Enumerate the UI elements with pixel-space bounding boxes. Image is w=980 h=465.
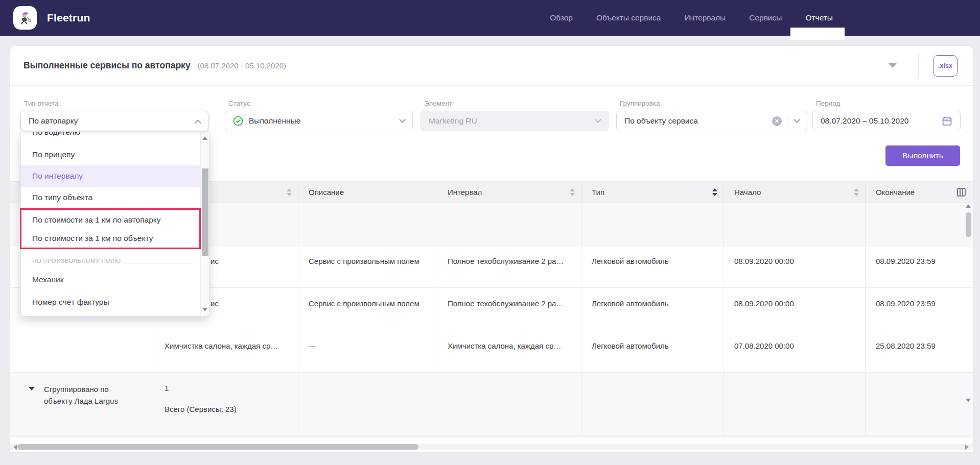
cell-start: 07.08.2020 00:00 (724, 330, 866, 373)
cell-service: Химчистка салона, каждая ср… (154, 330, 298, 373)
collapse-group-icon[interactable] (29, 387, 35, 390)
cell-group: Сгруппировано по объекту Лада Largus (10, 373, 154, 437)
nav-item-reports[interactable]: Отчеты (805, 13, 833, 22)
cell-description: Сервис с произвольным полем (298, 246, 437, 288)
vertical-scrollbar[interactable] (965, 203, 972, 403)
dropdown-item-po-voditelyu[interactable]: По водителю (21, 132, 200, 141)
cell-end: 08.09.2020 23:59 (866, 288, 973, 330)
export-xlsx-button[interactable]: .xlsx (933, 55, 958, 77)
sort-icon[interactable] (854, 188, 859, 196)
mechanic-logo-icon (17, 10, 33, 26)
run-report-button[interactable]: Выполнить (885, 145, 960, 166)
cell-start: 08.09.2020 00:00 (724, 246, 866, 288)
element-select: Marketing RU (421, 111, 609, 131)
cell-start: 08.09.2020 00:00 (724, 288, 866, 330)
table-row[interactable]: Химчистка салона, каждая ср… — Химчистка… (10, 330, 973, 373)
chevron-up-icon (195, 119, 201, 126)
element-label: Элемент (424, 100, 609, 107)
nav-item-intervals[interactable]: Интервалы (684, 13, 726, 22)
horizontal-scrollbar[interactable] (10, 444, 973, 450)
report-type-label: Тип отчета (24, 100, 208, 107)
chevron-down-icon (794, 116, 800, 123)
calendar-icon[interactable] (942, 116, 952, 127)
dropdown-group-label: ПО ПРОИЗВОЛЬНОМУ ПОЛЮ (32, 254, 193, 267)
cell-description: — (298, 330, 437, 373)
filter-period: Период 08.07.2020 – 05.10.2020 (812, 100, 961, 131)
nav-item-service-objects[interactable]: Объекты сервиса (596, 13, 661, 22)
group-total: Всего (Сервисы: 23) (165, 405, 291, 413)
group-count: 1 (165, 384, 291, 393)
scroll-down-icon[interactable] (202, 308, 207, 311)
dropdown-item-stoimost-obekt[interactable]: По стоимости за 1 км по объекту (21, 230, 200, 247)
scrollbar-thumb[interactable] (966, 212, 971, 237)
header-cell-start[interactable]: Начало (724, 182, 866, 203)
grouping-value: По объекту сервиса (624, 116, 698, 126)
app-logo (13, 6, 37, 30)
grouping-label: Группировка (620, 100, 807, 107)
title-divider (918, 54, 919, 78)
dropdown-item-po-intervalu[interactable]: По интервалу (21, 165, 200, 187)
report-type-dropdown: По водителю По прицепу По интервалу По т… (20, 132, 209, 316)
chevron-down-icon (399, 116, 406, 123)
nav-item-services[interactable]: Сервисы (749, 13, 782, 22)
brand-name: Fleetrun (47, 12, 90, 24)
period-label: Период (816, 100, 961, 107)
group-footer-row[interactable]: Сгруппировано по объекту Лада Largus 1 В… (10, 373, 973, 437)
dropdown-item-po-tipu-obekta[interactable]: По типу объекта (21, 187, 200, 208)
cell-type: Легковой автомобиль (581, 246, 724, 288)
filter-grouping: Группировка По объекту сервиса ✕ (616, 100, 807, 131)
dropdown-item-po-pricepu[interactable]: По прицепу (21, 144, 200, 165)
cell-type: Легковой автомобиль (581, 288, 724, 330)
cell-description: Сервис с произвольным полем (298, 288, 437, 330)
report-type-value: По автопарку (29, 116, 78, 126)
status-select[interactable]: Выполненные (225, 111, 413, 131)
cell-group-summary: 1 Всего (Сервисы: 23) (154, 373, 298, 437)
dropdown-item-nomer-schet-faktury[interactable]: Номер счёт фактуры (21, 292, 200, 312)
clear-grouping-icon[interactable]: ✕ (772, 116, 782, 126)
cell-interval: Полное техобслуживание 2 ра… (437, 288, 581, 330)
header-cell-end[interactable]: Окончание (866, 182, 973, 203)
filter-element: Элемент Marketing RU (421, 100, 609, 131)
report-date-range: (08.07.2020 - 05.10.2020) (198, 61, 286, 70)
element-value: Marketing RU (429, 116, 477, 126)
cell-end: 08.09.2020 23:59 (866, 246, 973, 288)
collapse-report-icon[interactable] (889, 63, 897, 68)
scroll-right-icon[interactable] (965, 445, 969, 450)
scroll-up-icon[interactable] (202, 136, 207, 140)
scroll-left-icon[interactable] (13, 445, 17, 450)
report-card: Выполненные сервисы по автопарку (08.07.… (10, 46, 973, 452)
sort-icon-active[interactable] (712, 188, 717, 196)
header-cell-description[interactable]: Описание (298, 182, 437, 203)
dropdown-scrollbar[interactable] (200, 132, 209, 316)
sort-icon[interactable] (287, 188, 292, 196)
header-cell-type[interactable]: Тип (581, 182, 724, 203)
sort-icon[interactable] (570, 188, 575, 196)
grouping-select[interactable]: По объекту сервиса ✕ (616, 111, 807, 131)
scrollbar-thumb[interactable] (17, 444, 418, 450)
active-tab-indicator (790, 28, 845, 40)
group-label-line (124, 263, 193, 263)
filter-status: Статус Выполненные (225, 100, 413, 131)
status-label: Статус (228, 100, 413, 107)
filter-report-type: Тип отчета По автопарку (20, 100, 208, 131)
scroll-down-icon[interactable] (966, 399, 971, 402)
cell-interval: Полное техобслуживание 2 ра… (437, 246, 581, 288)
cell-type: Легковой автомобиль (581, 330, 724, 373)
period-input[interactable]: 08.07.2020 – 05.10.2020 (812, 111, 961, 131)
report-title-row: Выполненные сервисы по автопарку (08.07.… (10, 46, 973, 86)
scroll-up-icon[interactable] (966, 204, 971, 208)
scrollbar-thumb[interactable] (202, 168, 208, 256)
status-value: Выполненные (249, 116, 300, 126)
select-divider (788, 115, 788, 127)
cell-interval: Химчистка салона, каждая ср… (437, 330, 581, 373)
report-type-select[interactable]: По автопарку (20, 111, 208, 131)
dropdown-item-stoimost-avtopark[interactable]: По стоимости за 1 км по автопарку (21, 211, 200, 229)
status-check-icon (233, 116, 243, 126)
chevron-down-icon (595, 116, 601, 123)
column-settings-icon[interactable] (956, 187, 967, 198)
nav-item-overview[interactable]: Обзор (550, 13, 573, 22)
page-title: Выполненные сервисы по автопарку (24, 60, 191, 71)
period-value: 08.07.2020 – 05.10.2020 (821, 116, 908, 126)
header-cell-interval[interactable]: Интервал (437, 182, 581, 203)
dropdown-item-mekhanik[interactable]: Механик (21, 270, 200, 290)
